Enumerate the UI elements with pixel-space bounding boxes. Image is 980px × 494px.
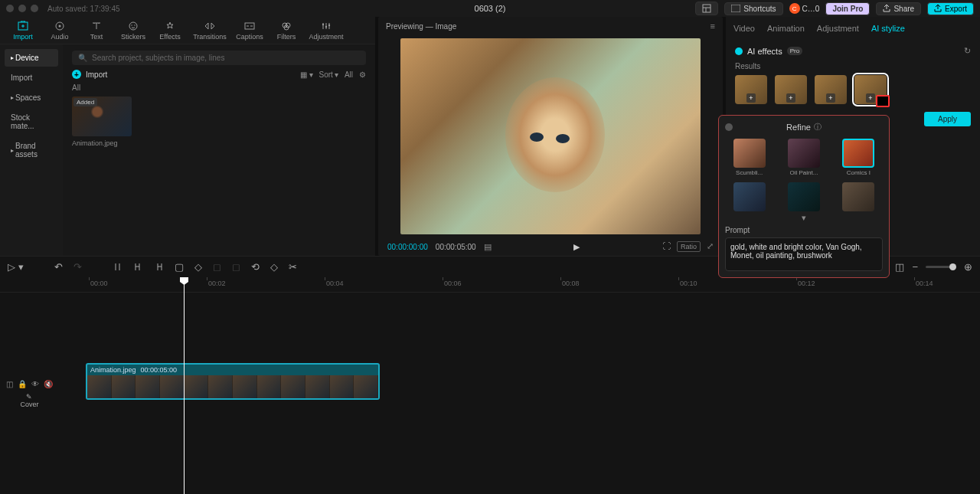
ai-effects-toggle[interactable] <box>735 47 743 55</box>
tool-dim-1[interactable]: ◻ <box>213 261 221 273</box>
tab-captions[interactable]: Captions <box>231 17 268 44</box>
refine-style-3[interactable]: Comics I <box>835 139 883 176</box>
track-visible[interactable]: 👁 <box>31 380 39 388</box>
results-label: Results <box>726 62 980 70</box>
sidenav-device[interactable]: ▸Device <box>5 49 58 67</box>
result-thumb-1[interactable]: + <box>735 75 767 104</box>
refine-style-1[interactable]: Scumbli... <box>725 139 773 176</box>
shortcuts-button[interactable]: Shortcuts <box>724 2 782 15</box>
import-button[interactable]: +Import <box>72 70 107 79</box>
preview-canvas[interactable] <box>378 35 723 237</box>
svg-point-9 <box>134 25 135 25</box>
layout-button[interactable] <box>695 2 718 15</box>
account-chip[interactable]: CC…0 <box>789 3 820 14</box>
svg-rect-3 <box>731 5 740 12</box>
view-grid-toggle[interactable]: ▦ ▾ <box>300 70 313 79</box>
sidenav-import[interactable]: Import <box>5 69 58 87</box>
preview-menu-icon[interactable]: ≡ <box>710 21 715 31</box>
svg-rect-0 <box>703 5 710 12</box>
side-nav: ▸Device Import ▸Spaces Stock mate... ▸Br… <box>0 44 63 256</box>
join-pro-button[interactable]: Join Pro <box>825 2 870 15</box>
refine-close-icon[interactable] <box>725 123 733 131</box>
project-title: 0603 (2) <box>475 4 506 13</box>
track-mute[interactable]: 🔇 <box>44 380 53 388</box>
share-button[interactable]: Share <box>876 2 921 15</box>
tab-audio[interactable]: Audio <box>41 17 78 44</box>
split-right-tool[interactable] <box>154 262 164 272</box>
snap-toggle[interactable]: ◫ <box>895 261 904 273</box>
refine-more-icon[interactable]: ▾ <box>725 213 883 223</box>
zoom-fit[interactable]: ⊕ <box>964 261 972 273</box>
result-thumb-4[interactable]: + <box>854 75 887 104</box>
tool-tabs: Import Audio Text Stickers Effects Trans… <box>0 17 375 44</box>
marker-tool[interactable]: ◇ <box>194 261 202 273</box>
all-section-label: All <box>72 83 366 92</box>
select-tool[interactable]: ▷ ▾ <box>8 261 24 273</box>
preview-image <box>400 38 701 234</box>
apply-button[interactable]: Apply <box>924 112 971 126</box>
redo-button[interactable]: ↷ <box>74 261 82 273</box>
split-tool[interactable] <box>113 262 122 272</box>
cover-button[interactable]: ✎Cover <box>20 393 38 408</box>
refine-style-2[interactable]: Oil Paint... <box>779 139 828 176</box>
sidenav-brand[interactable]: ▸Brand assets <box>5 137 58 163</box>
split-left-tool[interactable] <box>133 262 143 272</box>
zoom-slider[interactable] <box>926 266 956 268</box>
rtab-video[interactable]: Video <box>733 24 755 33</box>
export-button[interactable]: Export <box>927 2 974 15</box>
zoom-out[interactable]: − <box>912 261 918 273</box>
tab-adjustment[interactable]: Adjustment <box>305 17 348 44</box>
refine-popover: Refine ⓘ Scumbli... Oil Paint... Comics … <box>718 115 890 278</box>
delete-tool[interactable]: ▢ <box>175 261 184 273</box>
sort-button[interactable]: Sort ▾ <box>319 70 338 79</box>
clip-name: Animation.jpeg <box>90 366 136 374</box>
clip[interactable]: Animation.jpeg 00:00:05:00 <box>86 363 380 400</box>
tab-stickers[interactable]: Stickers <box>115 17 152 44</box>
refresh-icon[interactable]: ↻ <box>964 46 971 56</box>
tool-dim-2[interactable]: ◻ <box>232 261 240 273</box>
tab-text[interactable]: Text <box>78 17 115 44</box>
mirror-tool[interactable]: ⟲ <box>251 261 260 273</box>
autosaved-label: Auto saved: 17:39:45 <box>47 5 120 13</box>
rtab-ai-stylize[interactable]: AI stylize <box>871 24 905 33</box>
window-controls[interactable] <box>6 5 38 12</box>
tab-filters[interactable]: Filters <box>268 17 305 44</box>
track-toggle-1[interactable]: ◫ <box>6 380 13 388</box>
search-input[interactable]: Search project, subjects in image, lines <box>72 51 366 65</box>
tab-transitions[interactable]: Transitions <box>188 17 231 44</box>
sidenav-spaces[interactable]: ▸Spaces <box>5 89 58 106</box>
tab-import[interactable]: Import <box>5 17 41 44</box>
sidenav-stock[interactable]: Stock mate... <box>5 109 58 135</box>
result-thumb-3[interactable]: + <box>815 75 847 104</box>
prompt-label: Prompt <box>725 226 883 234</box>
playhead[interactable] <box>184 277 185 494</box>
crop-tool[interactable]: ✂ <box>289 261 297 273</box>
ruler[interactable]: 00:00 00:02 00:04 00:06 00:08 00:10 00:1… <box>0 277 980 293</box>
ratio-button[interactable]: Ratio <box>677 241 701 252</box>
filter-all[interactable]: All <box>345 70 353 79</box>
help-icon[interactable]: ⓘ <box>814 122 822 132</box>
play-button[interactable]: ▶ <box>573 242 580 252</box>
fullscreen-icon[interactable]: ⤢ <box>707 241 714 252</box>
track-lock[interactable]: 🔒 <box>18 380 27 388</box>
refine-style-6[interactable] <box>835 182 883 211</box>
svg-point-14 <box>322 23 324 25</box>
timecode-current: 00:00:00:00 <box>387 243 428 251</box>
rtab-adjustment[interactable]: Adjustment <box>817 24 859 33</box>
timeline[interactable]: 00:00 00:02 00:04 00:06 00:08 00:10 00:1… <box>0 277 980 494</box>
volume-icon[interactable]: ▤ <box>484 242 492 252</box>
rotate-tool[interactable]: ◇ <box>270 261 278 273</box>
result-thumb-2[interactable]: + <box>775 75 807 104</box>
rtab-animation[interactable]: Animation <box>767 24 805 33</box>
refine-style-4[interactable] <box>725 182 773 211</box>
svg-rect-10 <box>245 23 254 29</box>
filter-icon[interactable]: ⚙ <box>359 70 366 79</box>
tab-effects[interactable]: Effects <box>152 17 188 44</box>
svg-point-6 <box>59 25 61 27</box>
prompt-input[interactable]: gold, white and bright color, Van Gogh, … <box>725 237 883 271</box>
added-badge: Added <box>74 98 97 106</box>
undo-button[interactable]: ↶ <box>54 261 63 273</box>
refine-style-5[interactable] <box>779 182 828 211</box>
crop-icon[interactable]: ⛶ <box>662 241 671 252</box>
media-item[interactable]: Added Animation.jpeg <box>72 97 133 147</box>
